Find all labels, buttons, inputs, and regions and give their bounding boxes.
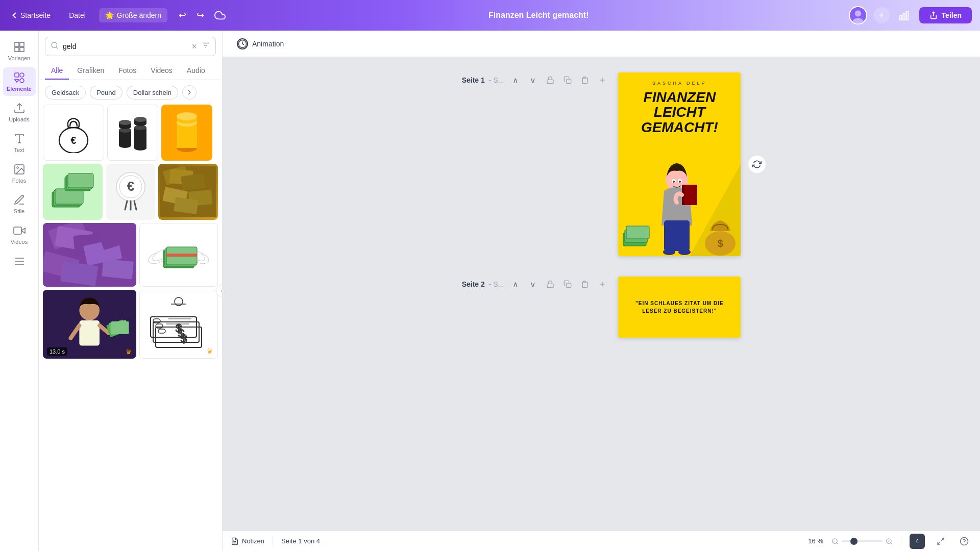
search-filter-button[interactable] [201,41,210,53]
page1-refresh-button[interactable] [748,155,766,173]
tab-fotos[interactable]: Fotos [112,62,142,80]
page1-delete[interactable] [577,72,593,88]
svg-rect-11 [15,73,19,77]
avatar[interactable] [849,6,867,24]
sidebar-item-elemente[interactable]: Elemente [3,67,36,96]
search-input[interactable] [63,37,187,56]
page2-chevron-up[interactable]: ∧ [508,277,523,292]
status-divider [273,536,273,546]
tab-audio[interactable]: Audio [181,62,211,80]
zoom-thumb[interactable] [850,538,857,545]
page2-delete[interactable] [577,277,593,292]
zoom-minus-icon [831,538,839,545]
video-crown-icon: ♛ [126,347,132,356]
uploads-icon [13,102,26,114]
header: Startseite Datei 🌟 Größe ändern ↩ ↪ Fina… [0,0,980,31]
result-black-coins[interactable] [107,105,158,161]
result-money-outline-drawing[interactable]: $ $ $ ♛ [139,290,218,359]
page-counter: Seite 1 von 4 [281,537,320,545]
sidebar-item-stile[interactable]: Stile [3,190,36,218]
size-change-button[interactable]: 🌟 Größe ändern [99,8,167,22]
sidebar-item-videos[interactable]: Videos [3,220,36,249]
animation-button[interactable]: Animation [231,35,290,53]
search-clear-button[interactable]: × [191,41,197,52]
page2-label: Seite 2 [462,280,485,288]
page1-title: FINANZENLEICHTGEMACHT! [618,86,741,135]
svg-line-132 [837,542,838,544]
svg-point-124 [679,181,681,183]
tab-grafiken[interactable]: Grafiken [71,62,110,80]
canvas-scroll-area[interactable]: Seite 1 - S... ∧ ∨ [223,57,980,531]
svg-rect-106 [547,80,553,83]
result-purple-bills-photo[interactable] [43,223,136,287]
svg-rect-4 [903,13,905,20]
result-cash-photo[interactable] [158,164,218,220]
page1-chevron-up[interactable]: ∧ [508,72,523,88]
undo-button[interactable]: ↩ [176,7,189,24]
page2-lock[interactable] [543,277,558,292]
fotos-label: Fotos [12,178,27,184]
svg-rect-126 [567,283,571,288]
fotos-icon [13,163,26,176]
page2-label-row: Seite 2 - S... ∧ ∨ [462,277,610,292]
cloud-save-button[interactable] [211,7,229,24]
page1-lock[interactable] [543,72,558,88]
svg-point-18 [17,167,18,168]
fullscreen-button[interactable] [933,534,948,549]
notes-button[interactable]: Notizen [231,537,264,545]
suggestion-geldsack[interactable]: Geldsack [45,86,86,99]
suggestion-dollar-schein[interactable]: Dollar schein [127,86,178,99]
back-label: Startseite [20,11,51,19]
tab-videos[interactable]: Videos [144,62,179,80]
redo-button[interactable]: ↪ [193,7,207,24]
help-button[interactable] [957,534,972,549]
svg-rect-75 [102,259,134,280]
svg-rect-91 [111,321,129,334]
svg-line-57 [125,201,127,210]
tab-alle[interactable]: Alle [45,62,69,80]
animation-icon [237,38,248,49]
page1-duplicate[interactable] [560,72,575,88]
svg-point-12 [20,73,24,77]
svg-marker-19 [21,228,25,233]
add-profile-button[interactable]: + [873,7,890,23]
video-duration: 13.0 s [47,347,67,356]
videos-icon [13,224,26,237]
page2-duplicate[interactable] [560,277,575,292]
page1-label: Seite 1 [462,76,485,84]
page2-add[interactable] [595,277,610,292]
result-euro-bag[interactable]: € [43,105,104,161]
suggestion-pound[interactable]: Pound [90,86,122,99]
file-menu-button[interactable]: Datei [64,8,91,22]
page1-controls: Seite 1 - S... ∧ ∨ [462,72,610,88]
search-icon [51,41,59,52]
sidebar-item-vorlagen[interactable]: Vorlagen [3,37,36,65]
result-flying-cash[interactable] [139,223,218,287]
share-button[interactable]: Teilen [919,7,972,23]
zoom-track[interactable] [842,540,883,542]
sidebar-item-fotos[interactable]: Fotos [3,159,36,188]
analytics-button[interactable] [896,7,913,24]
svg-point-42 [134,117,146,122]
result-euro-coin-character[interactable]: € [106,164,155,220]
back-button[interactable]: Startseite [8,8,56,22]
sidebar-item-uploads[interactable]: Uploads [3,98,36,127]
page2-chevron-down[interactable]: ∨ [525,277,541,292]
suggestion-more-button[interactable] [182,85,197,99]
result-video-woman[interactable]: 13.0 s ♛ [43,290,136,359]
page1-design-card[interactable]: SASCHA DELP FINANZENLEICHTGEMACHT! [618,72,741,256]
grid-view-button[interactable]: 4 [910,534,925,549]
result-gold-coins[interactable] [161,105,212,161]
result-green-cash[interactable] [43,164,103,220]
svg-rect-10 [20,47,24,52]
page1-ctrl-icons: ∧ ∨ [508,72,610,88]
sidebar-item-text[interactable]: Text [3,129,36,157]
page1-add[interactable] [595,72,610,88]
svg-point-117 [663,249,675,255]
page1-chevron-down[interactable]: ∨ [525,72,541,88]
zoom-slider[interactable] [831,538,893,545]
page2-design-card[interactable]: "EIN SCHLAUES ZITAT UM DIE LESER ZU BEGE… [618,277,741,338]
sidebar-item-muster[interactable] [3,251,36,273]
vorlagen-label: Vorlagen [8,55,30,61]
page1-label-suffix: - S... [489,76,504,84]
